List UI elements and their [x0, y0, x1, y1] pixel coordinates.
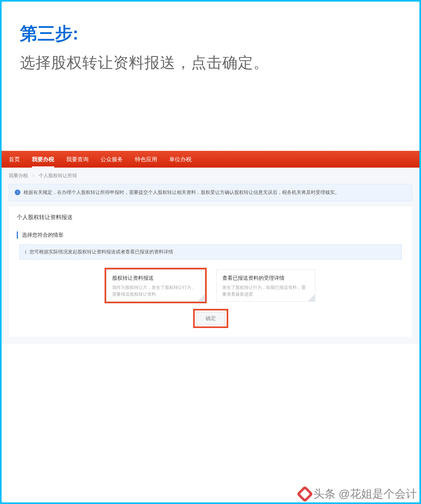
- nav-home[interactable]: 首页: [9, 151, 20, 168]
- panel-title: 个人股权转让资料报送: [17, 214, 404, 221]
- app-screenshot: 首页 我要办税 我要查询 公众服务 特色应用 单位办税 我要办税 › 个人股权转…: [2, 151, 419, 344]
- nav-unit-tax[interactable]: 单位办税: [169, 151, 192, 168]
- breadcrumb-separator-icon: ›: [32, 173, 34, 178]
- info-icon: i: [15, 190, 20, 195]
- step-header: 第三步: 选择股权转让资料报送，点击确定。: [0, 0, 421, 73]
- top-alert-text: 根据有关规定，在办理个人股权转让所得申报时，需要提交个人股权转让相关资料，股权受…: [24, 189, 340, 196]
- main-navbar: 首页 我要办税 我要查询 公众服务 特色应用 单位办税: [2, 151, 419, 168]
- nav-special-app[interactable]: 特色应用: [135, 151, 157, 168]
- confirm-row: 确定: [17, 310, 404, 326]
- breadcrumb: 我要办税 › 个人股权转让所得: [2, 168, 419, 184]
- confirm-button[interactable]: 确定: [196, 312, 225, 325]
- top-info-alert: i 根据有关规定，在办理个人股权转让所得申报时，需要提交个人股权转让相关资料，股…: [9, 184, 412, 201]
- watermark-text: 头条 @花姐是个会计: [313, 486, 417, 502]
- breadcrumb-root[interactable]: 我要办税: [9, 173, 28, 178]
- card-description: 我作为股权转让方，发生了股权转让行为，需要报送股权转让资料: [112, 284, 199, 297]
- card-corner-icon: [308, 294, 315, 301]
- confirm-highlight-box: 确定: [195, 310, 227, 326]
- breadcrumb-current: 个人股权转让所得: [39, 173, 77, 178]
- watermark: 头条 @花姐是个会计: [299, 486, 417, 502]
- main-panel: 个人股权转让资料报送 选择您符合的情形 i 您可根据实际情况发起股权转让资料报送…: [9, 207, 412, 337]
- inner-alert-text: 您可根据实际情况发起股权转让资料报送或者查看已报送的资料详情: [30, 249, 173, 255]
- content-area: i 根据有关规定，在办理个人股权转让所得申报时，需要提交个人股权转让相关资料，股…: [2, 184, 419, 344]
- toutiao-logo-icon: [296, 486, 313, 502]
- card-title: 股权转让资料报送: [112, 275, 199, 282]
- nav-public-service[interactable]: 公众服务: [101, 151, 123, 168]
- nav-tax-service[interactable]: 我要办税: [32, 151, 54, 168]
- step-title: 第三步:: [20, 22, 401, 45]
- card-corner-icon: [198, 294, 205, 301]
- nav-query[interactable]: 我要查询: [66, 151, 89, 168]
- option-cards-row: 股权转让资料报送 我作为股权转让方，发生了股权转让行为，需要报送股权转让资料 查…: [17, 269, 404, 302]
- card-view-status[interactable]: 查看已报送资料的受理详情 发生了股权转让行为，前期已报送资料，需要查看最新进度: [216, 269, 315, 302]
- card-submit-materials[interactable]: 股权转让资料报送 我作为股权转让方，发生了股权转让行为，需要报送股权转让资料: [106, 269, 205, 302]
- inner-info-alert: i 您可根据实际情况发起股权转让资料报送或者查看已报送的资料详情: [19, 244, 402, 260]
- card-description: 发生了股权转让行为，前期已报送资料，需要查看最新进度: [222, 284, 309, 297]
- step-description: 选择股权转让资料报送，点击确定。: [20, 53, 401, 73]
- info-icon: i: [25, 249, 26, 255]
- section-label: 选择您符合的情形: [17, 231, 404, 239]
- card-title: 查看已报送资料的受理详情: [222, 275, 309, 282]
